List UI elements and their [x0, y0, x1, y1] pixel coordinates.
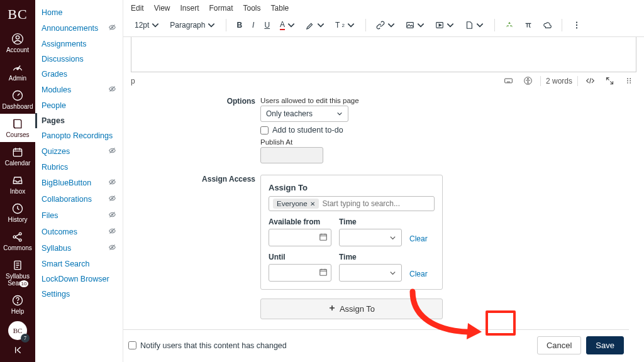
- course-nav-item[interactable]: Smart Search: [35, 256, 123, 272]
- drag-handle-icon: [625, 76, 634, 85]
- nav-commons[interactable]: Commons: [0, 227, 35, 255]
- course-nav-item[interactable]: Panopto Recordings: [35, 128, 123, 143]
- course-nav-label: Smart Search: [42, 260, 89, 268]
- save-button[interactable]: Save: [586, 336, 624, 354]
- image-button[interactable]: [402, 18, 429, 32]
- html-editor-button[interactable]: [583, 75, 597, 87]
- course-nav-item[interactable]: Grades: [35, 67, 123, 82]
- italic-button[interactable]: I: [248, 18, 258, 32]
- calendar-icon[interactable]: [319, 268, 328, 278]
- course-nav-item[interactable]: Outcomes: [35, 224, 123, 240]
- profile-count-badge: 7: [21, 334, 30, 343]
- available-from-time[interactable]: [339, 229, 402, 246]
- course-nav-item[interactable]: Settings: [35, 287, 123, 302]
- course-nav-item[interactable]: People: [35, 98, 123, 113]
- embed-button[interactable]: [539, 18, 555, 32]
- nav-courses[interactable]: Courses: [0, 114, 35, 142]
- notify-row[interactable]: Notify users that this content has chang…: [128, 341, 287, 350]
- course-nav-item[interactable]: Collaborations: [35, 191, 123, 207]
- course-nav-item[interactable]: BigBlueButton: [35, 175, 123, 191]
- remove-token-button[interactable]: ✕: [310, 200, 315, 207]
- assign-access-label: Assign Access: [174, 175, 255, 319]
- rce-menu-view[interactable]: View: [154, 4, 170, 13]
- clear-available-from[interactable]: Clear: [409, 234, 428, 246]
- equation-button[interactable]: [520, 18, 536, 32]
- nav-inbox-label: Inbox: [10, 188, 25, 195]
- assign-search-input[interactable]: [323, 199, 430, 208]
- svg-point-29: [627, 80, 628, 82]
- course-nav-item[interactable]: Pages: [35, 113, 123, 128]
- course-nav-item[interactable]: Files: [35, 207, 123, 224]
- course-nav-item[interactable]: Syllabus: [35, 240, 123, 256]
- course-nav-item[interactable]: Announcements: [35, 20, 123, 36]
- resize-handle[interactable]: [622, 75, 636, 87]
- nav-admin[interactable]: Admin: [0, 57, 35, 85]
- rce-element-path[interactable]: p: [131, 77, 135, 85]
- nav-help[interactable]: 10 Help: [0, 290, 35, 319]
- hidden-eye-icon: [108, 211, 116, 221]
- course-nav-item[interactable]: LockDown Browser: [35, 272, 123, 287]
- assign-to-input[interactable]: Everyone ✕: [269, 196, 435, 211]
- publish-at-input[interactable]: [260, 147, 323, 163]
- document-button[interactable]: [461, 18, 488, 32]
- underline-button[interactable]: U: [260, 18, 274, 32]
- rce-menu-edit[interactable]: Edit: [131, 4, 144, 13]
- svg-point-30: [627, 82, 628, 84]
- course-nav-item[interactable]: Assignments: [35, 36, 123, 52]
- course-nav-item[interactable]: Modules: [35, 82, 123, 98]
- expand-nav-button[interactable]: [13, 345, 23, 357]
- rce-editor-body[interactable]: [131, 37, 636, 72]
- superscript-button[interactable]: T2: [331, 18, 359, 32]
- rce-menu-table[interactable]: Table: [271, 4, 289, 13]
- course-nav-label: Assignments: [42, 40, 87, 48]
- rce-menu-format[interactable]: Format: [209, 4, 233, 13]
- institution-logo[interactable]: BC: [8, 3, 27, 29]
- cancel-button[interactable]: Cancel: [537, 336, 581, 354]
- clear-until[interactable]: Clear: [409, 270, 428, 282]
- app-plugin-button[interactable]: [501, 18, 518, 32]
- nav-syllabus-search[interactable]: Syllabus Search: [0, 255, 35, 290]
- kebab-icon: [572, 21, 581, 30]
- course-nav-item[interactable]: Discussions: [35, 52, 123, 67]
- nav-dashboard[interactable]: Dashboard: [0, 85, 35, 114]
- highlight-button[interactable]: [302, 18, 329, 32]
- text-color-button[interactable]: A: [276, 18, 299, 33]
- nav-calendar[interactable]: Calendar: [0, 142, 35, 170]
- rce-menu-insert[interactable]: Insert: [180, 4, 199, 13]
- block-format-select[interactable]: Paragraph: [166, 18, 219, 32]
- course-nav-label: People: [42, 101, 66, 110]
- accessibility-checker-button[interactable]: [521, 75, 535, 87]
- nav-calendar-label: Calendar: [5, 160, 31, 167]
- media-button[interactable]: [431, 18, 458, 32]
- svg-point-7: [19, 233, 21, 235]
- link-button[interactable]: [372, 18, 399, 32]
- global-nav: BC Account Admin Dashboard Courses Calen…: [0, 0, 35, 362]
- more-toolbar-button[interactable]: [569, 18, 585, 32]
- keyboard-shortcuts-button[interactable]: [501, 75, 516, 87]
- svg-rect-34: [320, 234, 327, 241]
- editors-select[interactable]: Only teachers: [260, 106, 348, 122]
- until-time[interactable]: [339, 264, 402, 282]
- word-count[interactable]: 2 words: [546, 77, 572, 85]
- nav-inbox[interactable]: Inbox: [0, 170, 35, 199]
- todo-checkbox[interactable]: [260, 126, 269, 134]
- rce-menu-tools[interactable]: Tools: [243, 4, 261, 13]
- profile-bubble[interactable]: BC 7: [8, 321, 27, 340]
- nav-admin-label: Admin: [9, 75, 26, 82]
- help-badge: 10: [19, 280, 29, 287]
- course-nav-item[interactable]: Quizzes: [35, 143, 123, 160]
- speedometer-icon: [11, 61, 24, 74]
- font-size-select[interactable]: 12pt: [131, 18, 164, 32]
- course-nav-item[interactable]: Home: [35, 5, 123, 20]
- notify-checkbox[interactable]: [128, 341, 136, 349]
- document-icon: [465, 21, 474, 30]
- calendar-icon[interactable]: [319, 233, 328, 243]
- course-nav-item[interactable]: Rubrics: [35, 160, 123, 175]
- nav-account[interactable]: Account: [0, 29, 35, 57]
- syllabus-icon: [11, 259, 24, 272]
- book-icon: [11, 118, 24, 130]
- nav-history[interactable]: History: [0, 199, 35, 227]
- fullscreen-button[interactable]: [602, 75, 617, 87]
- course-nav-label: Outcomes: [42, 228, 77, 236]
- bold-button[interactable]: B: [233, 18, 246, 32]
